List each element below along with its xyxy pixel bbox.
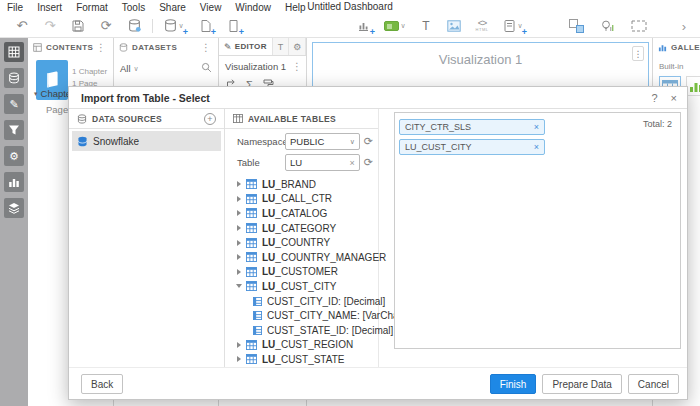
kebab-menu-icon[interactable]: ⋮ xyxy=(199,42,213,53)
search-icon[interactable] xyxy=(201,62,212,75)
table-tree-item[interactable]: LU_COUNTRY xyxy=(225,235,378,250)
add-chapter-button[interactable]: + xyxy=(221,16,245,36)
table-tree-item[interactable]: LU_CATALOG xyxy=(225,206,378,221)
tab-format-text[interactable]: T xyxy=(273,38,290,55)
expand-caret-icon[interactable] xyxy=(237,181,241,187)
plus-badge-icon: + xyxy=(239,28,244,36)
nav-editor-icon[interactable]: ✎ xyxy=(4,94,24,114)
add-page-button[interactable]: + xyxy=(193,16,217,36)
kebab-menu-icon[interactable]: ⋮ xyxy=(94,42,108,53)
plus-badge-icon: + xyxy=(522,28,527,36)
namespace-value: PUBLIC xyxy=(290,136,324,147)
table-search-input[interactable]: LU × xyxy=(285,154,360,171)
add-text-button[interactable]: T xyxy=(414,16,438,36)
table-icon xyxy=(246,252,257,262)
menu-item[interactable]: File xyxy=(0,2,30,13)
add-panel-button[interactable]: + ∨ xyxy=(498,16,528,36)
tree-label-match: LU xyxy=(262,237,275,248)
nav-filter-icon[interactable] xyxy=(4,120,24,140)
dataset-filter-dropdown[interactable]: All xyxy=(120,63,131,74)
finish-button[interactable]: Finish xyxy=(490,374,537,394)
expand-caret-icon[interactable] xyxy=(237,240,241,246)
undo-button[interactable]: ↶ xyxy=(10,16,34,36)
table-tree-item[interactable]: CUST_CITY_NAME: [VarChar] xyxy=(225,308,378,323)
table-tree-item[interactable]: LU_BRAND xyxy=(225,177,378,192)
selected-table-chip[interactable]: LU_CUST_CITY × xyxy=(399,139,545,155)
column-icon xyxy=(253,297,262,306)
help-icon[interactable]: ? xyxy=(651,92,657,104)
nav-visualizations-icon[interactable] xyxy=(4,172,24,192)
data-source-item[interactable]: Snowflake xyxy=(72,131,221,151)
selected-total-label: Total: 2 xyxy=(643,119,672,129)
kebab-menu-icon[interactable]: ⋮ xyxy=(632,46,644,61)
table-tree-item[interactable]: LU_CUSTOMER xyxy=(225,265,378,280)
table-tree-item[interactable]: LU_CALL_CTR xyxy=(225,192,378,207)
refresh-tables-button[interactable]: ⟳ xyxy=(364,157,373,168)
table-tree-item[interactable]: CUST_CITY_ID: [Decimal] xyxy=(225,294,378,309)
add-image-button[interactable] xyxy=(442,16,466,36)
selected-table-name: CITY_CTR_SLS xyxy=(405,122,534,132)
table-tree-item[interactable]: LU_CUST_CITY xyxy=(225,279,378,294)
save-button[interactable] xyxy=(66,16,90,36)
copy-duplicate-button[interactable] xyxy=(563,16,587,36)
nav-layers-icon[interactable] xyxy=(4,198,24,218)
add-data-source-button[interactable]: + xyxy=(204,113,216,125)
nav-settings-icon[interactable]: ⚙ xyxy=(4,146,24,166)
back-button[interactable]: Back xyxy=(81,374,123,394)
menu-item[interactable]: Share xyxy=(152,2,193,13)
menu-item[interactable]: Insert xyxy=(30,2,69,13)
cancel-button[interactable]: Cancel xyxy=(628,374,679,394)
expand-caret-icon[interactable] xyxy=(237,225,241,231)
expand-caret-icon[interactable] xyxy=(237,342,241,348)
tree-label-match: LU xyxy=(262,179,275,190)
column-icon xyxy=(253,326,262,335)
clear-search-icon[interactable]: × xyxy=(350,158,355,168)
menu-item[interactable]: Format xyxy=(69,2,115,13)
expand-caret-icon[interactable] xyxy=(237,254,241,260)
close-icon[interactable]: × xyxy=(671,92,677,104)
refresh-namespaces-button[interactable]: ⟳ xyxy=(364,136,373,147)
expand-caret-icon[interactable] xyxy=(237,269,241,275)
tree-label-match: LU xyxy=(262,252,275,263)
menu-item[interactable]: View xyxy=(193,2,229,13)
remove-table-icon[interactable]: × xyxy=(534,142,539,152)
expand-caret-icon[interactable] xyxy=(236,284,242,288)
prepare-data-button[interactable]: Prepare Data xyxy=(542,374,621,394)
book-icon xyxy=(43,70,61,90)
remove-table-icon[interactable]: × xyxy=(534,122,539,132)
menu-item[interactable]: Window xyxy=(228,2,278,13)
insights-button[interactable] xyxy=(595,16,619,36)
presentation-mode-button[interactable] xyxy=(627,16,651,36)
expand-caret-icon[interactable] xyxy=(237,210,241,216)
chapter-count: 1 Chapter xyxy=(72,66,107,78)
add-html-button[interactable]: <> HTML xyxy=(470,16,494,36)
table-tree-item[interactable]: CUST_STATE_ID: [Decimal] xyxy=(225,323,378,338)
contents-icon xyxy=(33,43,42,52)
table-tree-item[interactable]: LU_COUNTRY_MANAGER xyxy=(225,250,378,265)
collapse-toolbar-button[interactable]: › xyxy=(672,16,696,36)
table-tree-item[interactable]: LU_CATEGORY xyxy=(225,221,378,236)
nav-contents-icon[interactable] xyxy=(4,42,24,62)
selected-table-chip[interactable]: CITY_CTR_SLS × xyxy=(399,119,545,135)
nav-datasets-icon[interactable] xyxy=(4,68,24,88)
visualization-title: Visualization 1 xyxy=(313,52,648,67)
expand-caret-icon[interactable] xyxy=(237,196,241,202)
expand-caret-icon[interactable] xyxy=(237,356,241,362)
add-data-button[interactable]: + ∨ xyxy=(159,16,189,36)
update-dataset-button[interactable] xyxy=(122,16,146,36)
menu-item[interactable]: Tools xyxy=(115,2,152,13)
refresh-button[interactable]: ⟳ xyxy=(94,16,118,36)
redo-button[interactable]: ↷ xyxy=(38,16,62,36)
tab-properties[interactable]: ⚙ xyxy=(289,38,306,55)
table-tree-item[interactable]: LU_CUST_REGION xyxy=(225,338,378,353)
table-tree-item[interactable]: LU_CUST_STATE xyxy=(225,352,378,367)
datasets-panel-title: DATASETS xyxy=(132,43,199,52)
add-visualization-button[interactable]: + xyxy=(352,16,376,36)
kebab-menu-icon[interactable]: ⋮ xyxy=(290,61,304,72)
add-selector-button[interactable]: ∨ xyxy=(380,16,410,36)
tab-editor[interactable]: ✎ EDITOR xyxy=(219,38,273,55)
menu-item[interactable]: Help xyxy=(278,2,313,13)
gallery-bar-chart-thumbnail[interactable] xyxy=(686,76,700,96)
namespace-select[interactable]: PUBLIC ∨ xyxy=(285,133,360,150)
caret-down-icon[interactable]: ▾ xyxy=(34,90,38,98)
